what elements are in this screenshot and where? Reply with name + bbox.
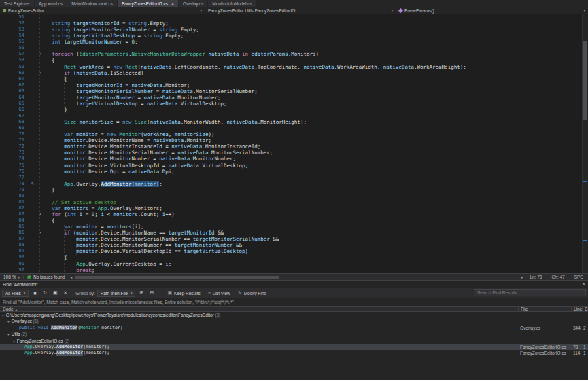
code-line[interactable]: 53 string targetMonitorSerialNumber = st… <box>0 27 588 33</box>
expand-all-icon[interactable]: ⊞ <box>137 290 145 297</box>
line-number[interactable]: 57 <box>14 51 27 57</box>
line-number[interactable]: 65 <box>14 101 27 107</box>
project-dropdown[interactable]: FancyZonesEditor ▾ <box>0 7 205 14</box>
chevron-down-icon[interactable]: ▾ <box>7 332 10 336</box>
line-number[interactable]: 72 <box>14 143 27 150</box>
code-line[interactable]: 73 monitor.Device.MonitorSerialNumber = … <box>0 150 588 156</box>
line-number[interactable]: 75 <box>14 162 27 169</box>
keep-results-toggle[interactable]: ▣ Keep Results <box>165 290 203 296</box>
code-line[interactable]: 88 monitor.Device.MonitorNumber == targe… <box>0 242 588 248</box>
column-header-col[interactable]: Col <box>582 307 588 312</box>
fold-collapse-icon[interactable]: ▾ <box>39 230 41 236</box>
code-line[interactable]: 74 monitor.Device.MonitorNumber = native… <box>0 156 588 162</box>
line-number[interactable]: 55 <box>14 39 27 45</box>
code-line[interactable]: 85 var monitor = monitors[i]; <box>0 224 588 230</box>
code-line[interactable]: 54 string targetVirtualDesktop = string.… <box>0 33 588 39</box>
fold-collapse-icon[interactable]: ▾ <box>39 51 41 57</box>
code-line[interactable]: 60 if (nativeData.IsSelected)▾ <box>0 70 588 76</box>
line-number[interactable]: 51 <box>14 14 27 20</box>
close-icon[interactable]: × <box>582 281 585 288</box>
modify-find-button[interactable]: ✎ Modify Find <box>235 290 269 296</box>
line-number[interactable]: 82 <box>14 205 27 211</box>
line-number[interactable]: 88 <box>14 242 27 248</box>
find-result-row[interactable]: ▾Utils (2) <box>0 331 588 337</box>
code-line[interactable]: 56 <box>0 45 588 51</box>
line-number[interactable]: 58 <box>14 57 27 63</box>
code-line[interactable]: 63 targetMonitorSerialNumber = nativeDat… <box>0 88 588 94</box>
line-number[interactable]: 60 <box>14 70 27 76</box>
line-number[interactable]: 68 <box>14 119 27 125</box>
code-line[interactable]: 91 App.Overlay.CurrentDesktop = i; <box>0 261 588 267</box>
code-line[interactable]: 86 if (monitor.Device.MonitorName == tar… <box>0 230 588 236</box>
line-number[interactable]: 67 <box>14 113 27 119</box>
find-result-row[interactable]: App.Overlay.AddMonitor(monitor);FancyZon… <box>0 350 588 356</box>
code-line[interactable]: 70 var monitor = new Monitor(workArea, m… <box>0 131 588 137</box>
column-header-file[interactable]: File <box>518 307 572 312</box>
line-number[interactable]: 86 <box>14 230 27 236</box>
scrollbar-thumb[interactable] <box>583 41 587 120</box>
document-health-indicator[interactable]: ✓ No issues found <box>23 275 69 279</box>
code-line[interactable]: 58 { <box>0 57 588 63</box>
line-number[interactable]: 89 <box>14 248 27 254</box>
copy-results-icon[interactable]: ▣ <box>51 290 59 297</box>
code-line[interactable]: 78 App.Overlay.AddMonitor(monitor);✎ <box>0 181 588 187</box>
line-number[interactable]: 91 <box>14 261 27 267</box>
find-result-row[interactable]: ▾C:\Users\zhaopengwang\Desktop\powertoys… <box>0 312 588 318</box>
line-number[interactable]: 66 <box>14 107 27 113</box>
line-number[interactable]: 59 <box>14 64 27 70</box>
find-result-row[interactable]: App.Overlay.AddMonitor(monitor);FancyZon… <box>0 344 588 350</box>
line-number[interactable]: 79 <box>14 187 27 193</box>
code-line[interactable]: 67 <box>0 113 588 119</box>
code-line[interactable]: 61 { <box>0 76 588 82</box>
stop-search-icon[interactable]: ■ <box>31 290 39 297</box>
code-line[interactable]: 62 targetMonitorId = nativeData.Monitor; <box>0 82 588 88</box>
scroll-left-icon[interactable]: ◂ <box>69 275 75 279</box>
line-number[interactable]: 56 <box>14 45 27 51</box>
code-line[interactable]: 68 Size monitorSize = new Size(nativeDat… <box>0 119 588 125</box>
code-line[interactable]: 65 targetVirtualDesktop = nativeData.Vir… <box>0 101 588 107</box>
code-line[interactable]: 69 <box>0 125 588 131</box>
fold-collapse-icon[interactable]: ▾ <box>39 70 41 76</box>
editor-tab[interactable]: Test Explorer <box>0 0 34 7</box>
line-number[interactable]: 81 <box>14 199 27 205</box>
line-number[interactable]: 77 <box>14 175 27 181</box>
find-result-row[interactable]: ▾Overlay.cs (1) <box>0 318 588 324</box>
line-number[interactable]: 70 <box>14 131 27 137</box>
line-number[interactable]: 53 <box>14 27 27 33</box>
code-line[interactable]: 66 } <box>0 107 588 113</box>
code-line[interactable]: 82 var monitors = App.Overlay.Monitors; <box>0 205 588 211</box>
line-number[interactable]: 64 <box>14 94 27 101</box>
code-line[interactable]: 92 break; <box>0 267 588 273</box>
file-filter-dropdown[interactable]: All Files ▾ <box>2 290 29 297</box>
code-line[interactable]: 64 targetMonitorNumber = nativeData.Moni… <box>0 94 588 101</box>
chevron-down-icon[interactable]: ▾ <box>13 339 15 343</box>
editor-tab[interactable]: Overlay.cs <box>179 0 207 7</box>
vertical-scrollbar[interactable] <box>582 14 588 273</box>
find-result-row[interactable]: public void AddMonitor(Monitor monitor)O… <box>0 325 588 331</box>
code-line[interactable]: 72 monitor.Device.MonitorInstanceId = na… <box>0 143 588 150</box>
line-number[interactable]: 87 <box>14 236 27 242</box>
line-number[interactable]: 54 <box>14 33 27 39</box>
line-number[interactable]: 92 <box>14 267 27 273</box>
group-by-dropdown[interactable]: Path then File ▾ <box>97 290 136 297</box>
close-icon[interactable]: × <box>171 1 174 6</box>
zoom-level-dropdown[interactable]: 108 % ▾ <box>0 275 23 279</box>
fold-collapse-icon[interactable]: ▾ <box>39 211 41 218</box>
line-number[interactable]: 76 <box>14 169 27 175</box>
line-number[interactable]: 69 <box>14 125 27 131</box>
code-line[interactable]: 52 string targetMonitorId = string.Empty… <box>0 20 588 27</box>
collapse-all-icon[interactable]: ⊟ <box>148 290 156 297</box>
code-line[interactable]: 51 <box>0 14 588 20</box>
line-number[interactable]: 90 <box>14 254 27 260</box>
line-number[interactable]: 74 <box>14 156 27 162</box>
type-dropdown[interactable]: FancyZonesEditor.Utils.FancyZonesEditorI… <box>205 7 396 14</box>
line-number[interactable]: 63 <box>14 88 27 94</box>
column-header-code[interactable]: Code ▴ <box>3 307 17 312</box>
member-dropdown[interactable]: ParseParams() ▾ <box>396 7 588 14</box>
code-line[interactable]: 76 monitor.Device.Dpi = nativeData.Dpi; <box>0 169 588 175</box>
list-view-toggle[interactable]: ≡ List View <box>205 291 233 296</box>
chevron-down-icon[interactable]: ▾ <box>7 319 10 324</box>
line-number[interactable]: 71 <box>14 137 27 143</box>
code-line[interactable]: 89 monitor.Device.VirtualDesktopId == ta… <box>0 248 588 254</box>
line-number[interactable]: 85 <box>14 224 27 230</box>
